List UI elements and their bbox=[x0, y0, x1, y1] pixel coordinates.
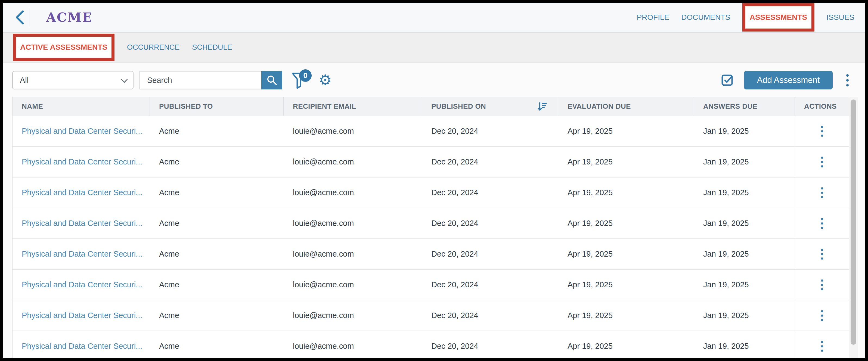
answers-due-cell: Jan 19, 2025 bbox=[694, 300, 795, 331]
app-window: ACME PROFILE DOCUMENTS ASSESSMENTS ISSUE… bbox=[3, 3, 865, 358]
published-to-cell: Acme bbox=[150, 208, 284, 238]
assessment-link[interactable]: Physical and Data Center Securi... bbox=[22, 188, 142, 197]
filter-select-value: All bbox=[20, 76, 29, 85]
evaluation-due-cell: Apr 19, 2025 bbox=[558, 331, 694, 358]
published-to-cell: Acme bbox=[150, 147, 284, 177]
published-to-cell: Acme bbox=[150, 239, 284, 269]
vertical-scrollbar[interactable] bbox=[849, 97, 858, 358]
published-on-cell: Dec 20, 2024 bbox=[422, 147, 558, 177]
annotation-box-assessments: ASSESSMENTS bbox=[742, 3, 815, 32]
multi-select-icon[interactable] bbox=[721, 74, 734, 87]
row-actions-kebab-icon[interactable] bbox=[819, 247, 825, 261]
table-header-row: NAME PUBLISHED TO RECIPIENT EMAIL PUBLIS… bbox=[12, 97, 849, 116]
table-row: Physical and Data Center Securi... Acme … bbox=[12, 331, 849, 358]
gear-icon[interactable]: ⚙ bbox=[319, 73, 332, 88]
assessment-link[interactable]: Physical and Data Center Securi... bbox=[22, 311, 142, 320]
published-on-cell: Dec 20, 2024 bbox=[422, 270, 558, 300]
topbar-divider bbox=[29, 8, 29, 27]
nav-item-assessments[interactable]: ASSESSMENTS bbox=[750, 13, 807, 22]
table-row: Physical and Data Center Securi... Acme … bbox=[12, 147, 849, 177]
nav-item-profile[interactable]: PROFILE bbox=[637, 13, 669, 22]
answers-due-cell: Jan 19, 2025 bbox=[694, 116, 795, 146]
toolbar: All 0 ⚙ Add Assessment bbox=[12, 71, 850, 90]
add-assessment-button[interactable]: Add Assessment bbox=[744, 71, 833, 90]
answers-due-cell: Jan 19, 2025 bbox=[694, 177, 795, 208]
acme-logo: ACME bbox=[46, 10, 92, 25]
table-row: Physical and Data Center Securi... Acme … bbox=[12, 300, 849, 331]
row-actions-kebab-icon[interactable] bbox=[819, 124, 825, 138]
evaluation-due-cell: Apr 19, 2025 bbox=[558, 300, 694, 331]
search-input[interactable] bbox=[140, 71, 261, 90]
assessment-link[interactable]: Physical and Data Center Securi... bbox=[22, 127, 142, 136]
back-button[interactable] bbox=[13, 9, 26, 26]
evaluation-due-cell: Apr 19, 2025 bbox=[558, 147, 694, 177]
column-header-evaluation-due[interactable]: EVALUATION DUE bbox=[558, 97, 694, 116]
column-header-published-to[interactable]: PUBLISHED TO bbox=[150, 97, 284, 116]
search-group bbox=[140, 71, 282, 90]
column-header-answers-due[interactable]: ANSWERS DUE bbox=[694, 97, 795, 116]
assessment-link[interactable]: Physical and Data Center Securi... bbox=[22, 280, 142, 289]
answers-due-cell: Jan 19, 2025 bbox=[694, 239, 795, 269]
row-actions-kebab-icon[interactable] bbox=[819, 308, 825, 323]
published-on-cell: Dec 20, 2024 bbox=[422, 177, 558, 208]
evaluation-due-cell: Apr 19, 2025 bbox=[558, 239, 694, 269]
row-actions-kebab-icon[interactable] bbox=[819, 186, 825, 200]
column-header-recipient-email[interactable]: RECIPIENT EMAIL bbox=[284, 97, 422, 116]
recipient-email-cell: louie@acme.com bbox=[284, 147, 422, 177]
filter-select[interactable]: All bbox=[12, 71, 133, 90]
recipient-email-cell: louie@acme.com bbox=[284, 116, 422, 146]
scrollbar-thumb[interactable] bbox=[850, 99, 856, 345]
filter-funnel-button[interactable]: 0 bbox=[291, 71, 308, 90]
assessment-link[interactable]: Physical and Data Center Securi... bbox=[22, 342, 142, 351]
search-button[interactable] bbox=[261, 71, 282, 90]
answers-due-cell: Jan 19, 2025 bbox=[694, 147, 795, 177]
tab-active-assessments[interactable]: ACTIVE ASSESSMENTS bbox=[20, 43, 107, 52]
column-header-published-on[interactable]: PUBLISHED ON bbox=[422, 97, 558, 116]
recipient-email-cell: louie@acme.com bbox=[284, 331, 422, 358]
published-to-cell: Acme bbox=[150, 331, 284, 358]
row-actions-kebab-icon[interactable] bbox=[819, 339, 825, 353]
published-on-cell: Dec 20, 2024 bbox=[422, 208, 558, 238]
nav-item-documents[interactable]: DOCUMENTS bbox=[681, 13, 730, 22]
evaluation-due-cell: Apr 19, 2025 bbox=[558, 208, 694, 238]
sort-descending-icon[interactable] bbox=[537, 101, 547, 112]
table-row: Physical and Data Center Securi... Acme … bbox=[12, 239, 849, 270]
recipient-email-cell: louie@acme.com bbox=[284, 239, 422, 269]
recipient-email-cell: louie@acme.com bbox=[284, 300, 422, 331]
published-on-cell: Dec 20, 2024 bbox=[422, 300, 558, 331]
topbar: ACME PROFILE DOCUMENTS ASSESSMENTS ISSUE… bbox=[3, 3, 865, 33]
published-to-cell: Acme bbox=[150, 116, 284, 146]
answers-due-cell: Jan 19, 2025 bbox=[694, 331, 795, 358]
recipient-email-cell: louie@acme.com bbox=[284, 208, 422, 238]
assessment-link[interactable]: Physical and Data Center Securi... bbox=[22, 219, 142, 228]
assessment-link[interactable]: Physical and Data Center Securi... bbox=[22, 157, 142, 166]
table-row: Physical and Data Center Securi... Acme … bbox=[12, 177, 849, 208]
published-to-cell: Acme bbox=[150, 270, 284, 300]
row-actions-kebab-icon[interactable] bbox=[819, 217, 825, 231]
column-header-name[interactable]: NAME bbox=[12, 97, 150, 116]
filter-count-badge: 0 bbox=[299, 69, 312, 82]
published-on-cell: Dec 20, 2024 bbox=[422, 239, 558, 269]
recipient-email-cell: louie@acme.com bbox=[284, 270, 422, 300]
tabs-bar: ACTIVE ASSESSMENTS OCCURRENCE SCHEDULE bbox=[3, 33, 865, 63]
table-row: Physical and Data Center Securi... Acme … bbox=[12, 208, 849, 239]
tab-schedule[interactable]: SCHEDULE bbox=[192, 43, 232, 52]
published-to-cell: Acme bbox=[150, 177, 284, 208]
evaluation-due-cell: Apr 19, 2025 bbox=[558, 116, 694, 146]
assessment-link[interactable]: Physical and Data Center Securi... bbox=[22, 250, 142, 259]
nav-item-issues[interactable]: ISSUES bbox=[827, 13, 855, 22]
row-actions-kebab-icon[interactable] bbox=[819, 278, 825, 292]
chevron-left-icon bbox=[15, 10, 25, 25]
row-actions-kebab-icon[interactable] bbox=[819, 155, 825, 169]
table-row: Physical and Data Center Securi... Acme … bbox=[12, 116, 849, 147]
evaluation-due-cell: Apr 19, 2025 bbox=[558, 177, 694, 208]
tab-occurrence[interactable]: OCCURRENCE bbox=[127, 43, 180, 52]
published-on-cell: Dec 20, 2024 bbox=[422, 331, 558, 358]
answers-due-cell: Jan 19, 2025 bbox=[694, 208, 795, 238]
annotation-box-active-assessments: ACTIVE ASSESSMENTS bbox=[13, 34, 115, 61]
toolbar-kebab-menu-icon[interactable] bbox=[845, 73, 850, 88]
recipient-email-cell: louie@acme.com bbox=[284, 177, 422, 208]
table-body: Physical and Data Center Securi... Acme … bbox=[12, 116, 849, 358]
published-to-cell: Acme bbox=[150, 300, 284, 331]
answers-due-cell: Jan 19, 2025 bbox=[694, 270, 795, 300]
